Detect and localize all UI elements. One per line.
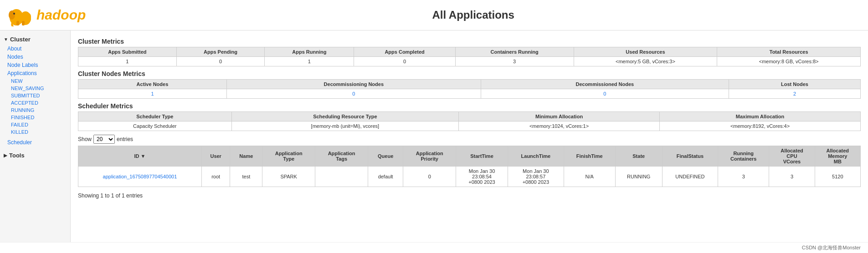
sidebar-sub-killed[interactable]: KILLED bbox=[0, 128, 70, 136]
sidebar-sub-new[interactable]: NEW bbox=[0, 77, 70, 85]
val-max-allocation: <memory:8192, vCores:4> bbox=[660, 121, 861, 131]
sidebar-sub-accepted[interactable]: ACCEPTED bbox=[0, 99, 70, 106]
cluster-arrow-icon: ▼ bbox=[4, 37, 8, 42]
sidebar-about-link[interactable]: About bbox=[7, 46, 21, 52]
entries-label: entries bbox=[117, 136, 133, 142]
svg-point-4 bbox=[13, 13, 15, 15]
sidebar-killed-link[interactable]: KILLED bbox=[11, 129, 28, 135]
cell-running-containers: 3 bbox=[718, 167, 769, 187]
scheduler-metrics-header: Scheduler Metrics bbox=[78, 102, 861, 110]
col-final-status: FinalStatus bbox=[662, 146, 718, 167]
cell-finish-time: N/A bbox=[564, 167, 615, 187]
footer: CSDN @北海怪兽Monster bbox=[0, 242, 868, 253]
val-scheduler-type: Capacity Scheduler bbox=[78, 121, 232, 131]
sidebar-scheduler-link[interactable]: Scheduler bbox=[7, 139, 32, 146]
sort-icon[interactable]: ▼ bbox=[141, 153, 146, 159]
table-row: application_16750897704540001 root test … bbox=[78, 167, 861, 187]
col-containers-running: Containers Running bbox=[455, 47, 574, 57]
sidebar-cluster-header[interactable]: ▼ Cluster bbox=[0, 34, 70, 45]
logo-text: hadoop bbox=[36, 7, 86, 23]
sidebar-sub-new-saving[interactable]: NEW_SAVING bbox=[0, 85, 70, 92]
app-id-link[interactable]: application_16750897704540001 bbox=[103, 174, 177, 179]
col-used-resources: Used Resources bbox=[574, 47, 717, 57]
applications-table: ID ▼ User Name ApplicationType Applicati… bbox=[78, 146, 861, 187]
sidebar-item-nodes[interactable]: Nodes bbox=[0, 53, 70, 61]
col-apps-submitted: Apps Submitted bbox=[78, 47, 177, 57]
hadoop-logo-icon bbox=[7, 4, 35, 26]
sidebar-sub-running[interactable]: RUNNING bbox=[0, 106, 70, 114]
page-title-area: All Applications bbox=[86, 9, 861, 21]
apps-table-header-row: ID ▼ User Name ApplicationType Applicati… bbox=[78, 146, 861, 167]
header: hadoop All Applications bbox=[0, 0, 868, 30]
sidebar: ▼ Cluster About Nodes Node Labels Applic… bbox=[0, 30, 71, 242]
col-app-type: ApplicationType bbox=[262, 146, 315, 167]
col-launch-time: LaunchTime bbox=[508, 146, 564, 167]
cell-user: root bbox=[201, 167, 230, 187]
sidebar-applications-link[interactable]: Applications bbox=[7, 70, 37, 76]
sidebar-item-about[interactable]: About bbox=[0, 45, 70, 53]
val-apps-submitted: 1 bbox=[78, 57, 177, 66]
sidebar-item-scheduler[interactable]: Scheduler bbox=[0, 138, 70, 147]
lost-link[interactable]: 2 bbox=[793, 91, 796, 96]
decommissioned-link[interactable]: 0 bbox=[603, 91, 606, 96]
sidebar-sub-failed[interactable]: FAILED bbox=[0, 121, 70, 128]
col-decommissioned-nodes: Decommissioned Nodes bbox=[481, 80, 729, 89]
cluster-metrics-header-row: Apps Submitted Apps Pending Apps Running… bbox=[78, 47, 861, 57]
val-containers-running: 3 bbox=[455, 57, 574, 66]
col-user: User bbox=[201, 146, 230, 167]
id-col-label: ID bbox=[134, 153, 139, 159]
svg-point-3 bbox=[9, 10, 15, 20]
cluster-nodes-row: 1 0 0 2 bbox=[78, 89, 861, 99]
col-apps-running: Apps Running bbox=[265, 47, 354, 57]
col-apps-completed: Apps Completed bbox=[354, 47, 455, 57]
col-app-tags: ApplicationTags bbox=[315, 146, 368, 167]
val-used-resources: <memory:5 GB, vCores:3> bbox=[574, 57, 717, 66]
active-nodes-link[interactable]: 1 bbox=[151, 91, 154, 96]
col-id: ID ▼ bbox=[78, 146, 202, 167]
logo-area: hadoop bbox=[7, 4, 86, 26]
cell-state: RUNNING bbox=[615, 167, 662, 187]
sidebar-accepted-link[interactable]: ACCEPTED bbox=[11, 100, 38, 106]
show-entries-row: Show 10 20 50 100 entries bbox=[78, 135, 861, 144]
sidebar-finished-link[interactable]: FINISHED bbox=[11, 115, 34, 120]
col-allocated-cpu: AllocatedCPUVCores bbox=[769, 146, 815, 167]
tools-arrow-icon: ▶ bbox=[4, 153, 7, 158]
col-running-containers: RunningContainers bbox=[718, 146, 769, 167]
sidebar-tools-header[interactable]: ▶ Tools bbox=[0, 150, 70, 161]
sidebar-running-link[interactable]: RUNNING bbox=[11, 107, 34, 113]
cell-app-tags bbox=[315, 167, 368, 187]
cluster-nodes-header-row: Active Nodes Decommissioning Nodes Decom… bbox=[78, 80, 861, 89]
col-priority: ApplicationPriority bbox=[403, 146, 456, 167]
sidebar-cluster-label: Cluster bbox=[10, 36, 31, 43]
sidebar-submitted-link[interactable]: SUBMITTED bbox=[11, 93, 40, 98]
sidebar-new-saving-link[interactable]: NEW_SAVING bbox=[11, 86, 44, 91]
sidebar-item-applications[interactable]: Applications bbox=[0, 69, 70, 77]
sidebar-failed-link[interactable]: FAILED bbox=[11, 122, 28, 127]
col-min-allocation: Minimum Allocation bbox=[459, 112, 660, 121]
cluster-metrics-header: Cluster Metrics bbox=[78, 38, 861, 45]
sidebar-item-node-labels[interactable]: Node Labels bbox=[0, 61, 70, 69]
footer-text: CSDN @北海怪兽Monster bbox=[802, 245, 861, 250]
content-area: Cluster Metrics Apps Submitted Apps Pend… bbox=[71, 30, 868, 242]
sidebar-sub-submitted[interactable]: SUBMITTED bbox=[0, 92, 70, 99]
scheduler-header-row: Scheduler Type Scheduling Resource Type … bbox=[78, 112, 861, 121]
decommissioning-link[interactable]: 0 bbox=[352, 91, 355, 96]
val-apps-completed: 0 bbox=[354, 57, 455, 66]
cell-start-time: Mon Jan 3023:08:54+0800 2023 bbox=[456, 167, 508, 187]
cell-queue: default bbox=[368, 167, 403, 187]
page-title: All Applications bbox=[432, 9, 514, 21]
show-label: Show bbox=[78, 136, 92, 142]
val-scheduling-resource: [memory-mb (unit=Mi), vcores] bbox=[231, 121, 459, 131]
entries-select[interactable]: 10 20 50 100 bbox=[93, 135, 115, 144]
cluster-metrics-table: Apps Submitted Apps Pending Apps Running… bbox=[78, 47, 861, 66]
cell-app-type: SPARK bbox=[262, 167, 315, 187]
page-wrapper: hadoop All Applications ▼ Cluster About … bbox=[0, 0, 868, 253]
sidebar-new-link[interactable]: NEW bbox=[11, 78, 23, 84]
scheduler-row: Capacity Scheduler [memory-mb (unit=Mi),… bbox=[78, 121, 861, 131]
cluster-metrics-row: 1 0 1 0 3 <memory:5 GB, vCores:3> <memor… bbox=[78, 57, 861, 66]
val-decommissioned-nodes: 0 bbox=[481, 89, 729, 99]
sidebar-nodes-link[interactable]: Nodes bbox=[7, 54, 23, 60]
sidebar-cluster-section: ▼ Cluster About Nodes Node Labels Applic… bbox=[0, 34, 70, 147]
sidebar-sub-finished[interactable]: FINISHED bbox=[0, 114, 70, 121]
sidebar-node-labels-link[interactable]: Node Labels bbox=[7, 62, 38, 68]
